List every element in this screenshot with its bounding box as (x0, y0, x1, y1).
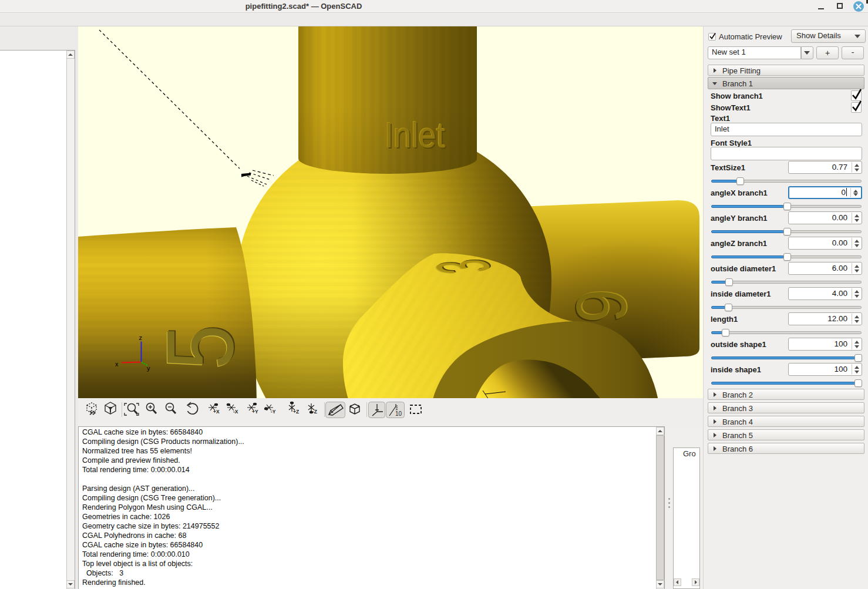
svg-text:6: 6 (561, 289, 641, 323)
svg-text:-Z: -Z (312, 409, 317, 415)
svg-text:+X: +X (213, 409, 220, 415)
svg-text:y: y (147, 365, 150, 372)
svg-text:5: 5 (147, 325, 253, 369)
svg-text:-X: -X (233, 409, 238, 415)
svg-text:10: 10 (395, 410, 402, 417)
svg-text:-Y: -Y (271, 409, 276, 415)
svg-text:Inlet: Inlet (385, 115, 445, 155)
svg-text:x: x (115, 361, 119, 368)
svg-text:z: z (139, 334, 143, 341)
svg-text:+Y: +Y (252, 409, 258, 415)
svg-text:+Z: +Z (293, 409, 299, 415)
